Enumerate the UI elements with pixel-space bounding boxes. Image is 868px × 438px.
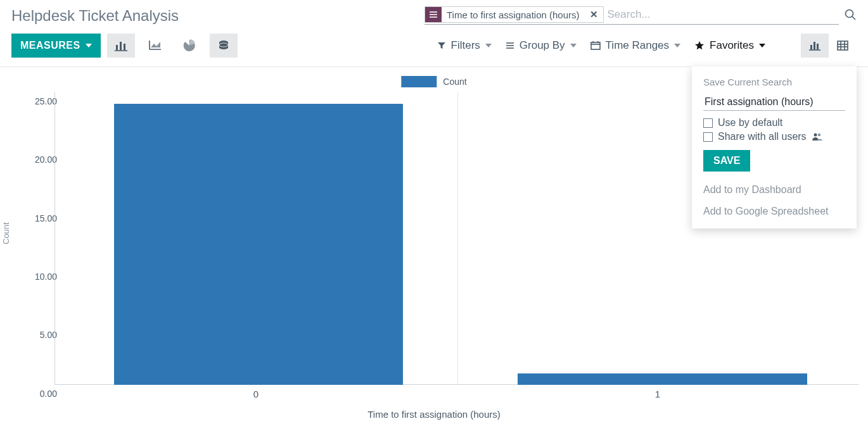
search-icon[interactable] [839, 8, 857, 23]
y-tick: 15.00 [13, 213, 57, 223]
x-tick: 0 [253, 389, 258, 399]
use-default-row[interactable]: Use by default [692, 116, 857, 130]
svg-rect-22 [838, 41, 848, 50]
svg-point-28 [817, 134, 820, 136]
add-spreadsheet-link[interactable]: Add to Google Spreadsheet [692, 201, 857, 222]
chart-legend: Count [401, 76, 466, 87]
checkbox-icon[interactable] [703, 132, 713, 142]
bar-chart-icon [809, 41, 820, 51]
share-all-row[interactable]: Share with all users [692, 130, 857, 144]
chart-bar [518, 373, 807, 385]
favorites-save-title: Save Current Search [692, 74, 857, 94]
timeranges-label: Time Ranges [606, 39, 669, 52]
search-facet: Time to first assignation (hours) ✕ [424, 6, 604, 23]
users-icon [812, 132, 823, 141]
filters-label: Filters [451, 39, 480, 52]
svg-rect-6 [120, 42, 122, 50]
svg-rect-7 [124, 44, 125, 50]
y-tick: 0.00 [13, 389, 57, 399]
table-icon [837, 41, 848, 51]
caret-down-icon [674, 44, 680, 47]
svg-point-10 [219, 43, 228, 47]
pivot-view-button[interactable] [829, 34, 857, 58]
svg-rect-18 [810, 45, 812, 49]
measures-button[interactable]: MEASURES [11, 34, 101, 58]
filters-menu[interactable]: Filters [437, 39, 492, 52]
groupby-menu[interactable]: Group By [506, 39, 577, 52]
database-icon [217, 40, 230, 51]
svg-rect-14 [591, 42, 600, 49]
groupby-facet-icon [425, 7, 442, 22]
add-dashboard-link[interactable]: Add to my Dashboard [692, 179, 857, 201]
search-facet-remove[interactable]: ✕ [585, 9, 603, 20]
line-chart-button[interactable] [141, 34, 169, 58]
search-input[interactable] [604, 7, 839, 22]
save-favorite-button[interactable]: SAVE [703, 150, 750, 172]
y-tick: 25.00 [13, 96, 57, 106]
caret-down-icon [86, 44, 92, 47]
use-default-label: Use by default [718, 117, 782, 128]
legend-swatch [401, 76, 437, 87]
share-all-label: Share with all users [718, 131, 807, 142]
caret-down-icon [485, 44, 492, 47]
groupby-label: Group By [520, 39, 565, 52]
groupby-icon [506, 41, 514, 50]
graph-view-button[interactable] [801, 34, 829, 58]
checkbox-icon[interactable] [703, 118, 713, 128]
svg-rect-20 [817, 44, 819, 49]
timeranges-menu[interactable]: Time Ranges [590, 39, 680, 52]
calendar-icon [590, 41, 601, 50]
search-facet-label: Time to first assignation (hours) [442, 9, 585, 20]
caret-down-icon [759, 44, 765, 47]
svg-point-3 [846, 9, 853, 17]
page-title: Helpdesk Ticket Analysis [11, 7, 179, 25]
bar-chart-icon [115, 40, 127, 51]
y-tick: 20.00 [13, 154, 57, 165]
line-chart-icon [149, 40, 162, 51]
y-axis-label: Count [1, 222, 11, 244]
favorites-dropdown: Save Current Search Use by default Share… [692, 66, 857, 228]
gridline [457, 92, 458, 385]
y-tick: 5.00 [13, 330, 57, 340]
filter-icon [437, 41, 446, 50]
y-tick: 10.00 [13, 272, 57, 282]
stacked-button[interactable] [210, 34, 238, 58]
x-tick: 1 [655, 389, 660, 399]
caret-down-icon [570, 44, 577, 47]
chart-bar [114, 104, 404, 385]
favorites-menu[interactable]: Favorites [694, 39, 765, 52]
search-bar[interactable]: Time to first assignation (hours) ✕ [424, 6, 839, 25]
favorite-name-input[interactable] [703, 94, 845, 111]
svg-rect-5 [116, 45, 118, 50]
bar-chart-button[interactable] [107, 34, 135, 58]
svg-point-27 [814, 134, 817, 137]
svg-line-4 [852, 16, 855, 20]
favorites-label: Favorites [710, 39, 754, 52]
legend-label: Count [443, 77, 466, 87]
x-axis-label: Time to first assignation (hours) [367, 409, 501, 420]
svg-rect-19 [814, 42, 815, 49]
star-icon [694, 41, 705, 51]
pie-chart-icon [183, 39, 196, 52]
measures-label: MEASURES [20, 40, 80, 51]
pie-chart-button[interactable] [176, 34, 203, 58]
